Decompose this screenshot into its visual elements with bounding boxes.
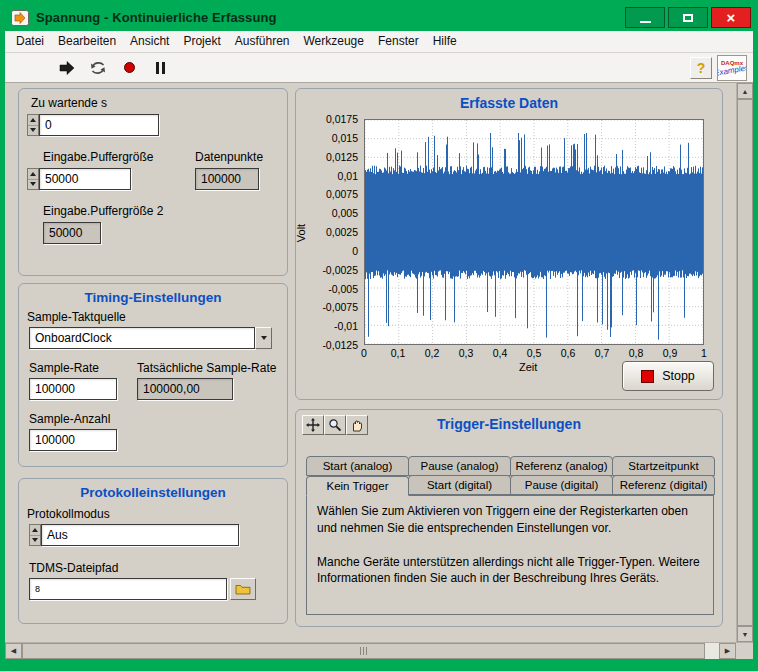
- wait-seconds-field[interactable]: 0: [39, 114, 159, 136]
- magnifier-icon: [328, 418, 342, 432]
- clock-source-ring[interactable]: OnboardClock: [29, 327, 272, 349]
- vi-toolbar: ? DAQmx Examples: [5, 53, 753, 83]
- menu-bar: Datei Bearbeiten Ansicht Projekt Ausführ…: [5, 31, 753, 53]
- pan-tool-button[interactable]: [346, 415, 368, 435]
- vertical-scrollbar[interactable]: ▲ ▼: [736, 83, 753, 642]
- run-arrow-icon: [59, 60, 76, 76]
- x-tick-label: 0,1: [383, 347, 413, 359]
- sample-count-field[interactable]: 100000: [29, 429, 117, 451]
- y-tick-label: 0,0025: [298, 226, 358, 238]
- y-tick-label: -0,0075: [298, 301, 358, 313]
- tab-start-digital[interactable]: Start (digital): [408, 475, 511, 495]
- tdms-path-label: TDMS-Dateipfad: [29, 561, 118, 575]
- daqmx-examples-badge: DAQmx Examples: [717, 55, 747, 81]
- tab-startzeitpunkt[interactable]: Startzeitpunkt: [612, 456, 715, 476]
- wait-seconds-label: Zu wartende s: [31, 96, 107, 110]
- scroll-right-icon[interactable]: ▶: [719, 643, 736, 659]
- menu-fenster[interactable]: Fenster: [371, 31, 426, 52]
- trigger-tab-control: Start (analog) Pause (analog) Referenz (…: [306, 456, 714, 615]
- x-tick-label: 0,5: [519, 347, 549, 359]
- close-button[interactable]: ×: [711, 7, 751, 28]
- vertical-scroll-thumb[interactable]: [737, 99, 753, 626]
- buffer-size-control[interactable]: 50000: [27, 168, 131, 190]
- cursor-tool-button[interactable]: [302, 415, 324, 435]
- x-axis-ticks: 00,10,20,30,40,50,60,70,80,91: [296, 347, 722, 361]
- protocol-title: Protokolleinstellungen: [19, 485, 287, 500]
- browse-button[interactable]: [230, 578, 256, 600]
- y-tick-label: 0,0175: [298, 113, 358, 125]
- menu-hilfe[interactable]: Hilfe: [426, 31, 464, 52]
- tab-kein-trigger[interactable]: Kein Trigger: [306, 476, 409, 496]
- x-tick-label: 0,2: [417, 347, 447, 359]
- labview-app-icon: [11, 10, 29, 26]
- clock-source-label: Sample-Taktquelle: [27, 310, 126, 324]
- tab-referenz-digital[interactable]: Referenz (digital): [612, 475, 715, 495]
- horizontal-scroll-thumb[interactable]: [22, 643, 705, 659]
- increment-decrement-icon[interactable]: [27, 168, 39, 190]
- graph-palette: [302, 415, 368, 435]
- y-tick-label: 0,015: [298, 132, 358, 144]
- context-help-button[interactable]: ?: [690, 57, 712, 79]
- x-tick-label: 0,8: [621, 347, 651, 359]
- tdms-path-control[interactable]: 8: [29, 578, 256, 600]
- chevron-down-icon[interactable]: [255, 327, 272, 349]
- stop-button-label: Stopp: [662, 369, 695, 383]
- scroll-left-icon[interactable]: ◀: [5, 643, 22, 659]
- wait-seconds-control[interactable]: 0: [27, 114, 159, 136]
- protocol-group: Protokolleinstellungen Protokollmodus Au…: [18, 478, 288, 624]
- zoom-tool-button[interactable]: [324, 415, 346, 435]
- y-tick-label: 0: [298, 245, 358, 257]
- labview-window: Spannung - Kontinuierliche Erfassung × D…: [0, 0, 758, 671]
- increment-decrement-icon[interactable]: [27, 114, 39, 136]
- menu-werkzeuge[interactable]: Werkzeuge: [296, 31, 370, 52]
- y-tick-label: -0,0025: [298, 264, 358, 276]
- run-continuously-button[interactable]: [88, 58, 108, 78]
- folder-icon: [235, 583, 251, 595]
- menu-ausfuehren[interactable]: Ausführen: [228, 31, 297, 52]
- datapoints-indicator: 100000: [195, 168, 259, 190]
- x-tick-label: 0: [349, 347, 379, 359]
- y-tick-label: 0,0075: [298, 188, 358, 200]
- scroll-up-icon[interactable]: ▲: [737, 83, 753, 99]
- tdms-path-field[interactable]: 8: [29, 578, 227, 600]
- increment-decrement-icon[interactable]: [29, 524, 41, 546]
- pause-button[interactable]: [150, 58, 170, 78]
- protocol-mode-ring[interactable]: Aus: [29, 524, 239, 546]
- x-tick-label: 0,6: [553, 347, 583, 359]
- sample-rate-label: Sample-Rate: [29, 361, 99, 375]
- tab-referenz-analog[interactable]: Referenz (analog): [510, 456, 613, 476]
- menu-projekt[interactable]: Projekt: [176, 31, 227, 52]
- sample-count-control[interactable]: 100000: [29, 429, 117, 451]
- trigger-group: Trigger-Einstellungen Start (analog) Pau…: [295, 409, 723, 627]
- x-tick-label: 0,3: [451, 347, 481, 359]
- menu-bearbeiten[interactable]: Bearbeiten: [51, 31, 123, 52]
- x-tick-label: 0,4: [485, 347, 515, 359]
- trigger-body-paragraph: Manche Geräte unterstützen allerdings ni…: [317, 554, 703, 588]
- window-title: Spannung - Kontinuierliche Erfassung: [36, 10, 277, 25]
- sample-count-label: Sample-Anzahl: [29, 412, 110, 426]
- tab-pause-analog[interactable]: Pause (analog): [408, 456, 511, 476]
- clock-source-field[interactable]: OnboardClock: [29, 327, 255, 349]
- tab-start-analog[interactable]: Start (analog): [306, 456, 409, 476]
- buffer-size-field[interactable]: 50000: [39, 168, 131, 190]
- scroll-down-icon[interactable]: ▼: [737, 626, 753, 642]
- pause-icon: [156, 62, 159, 74]
- menu-datei[interactable]: Datei: [9, 31, 51, 52]
- sample-rate-control[interactable]: 100000: [29, 378, 117, 400]
- sample-rate-field[interactable]: 100000: [29, 378, 117, 400]
- horizontal-scrollbar[interactable]: ◀ ▶: [5, 642, 753, 659]
- scrollbar-corner: [736, 643, 753, 659]
- stop-button[interactable]: Stopp: [622, 361, 714, 391]
- y-tick-label: -0,01: [298, 320, 358, 332]
- tab-pause-digital[interactable]: Pause (digital): [510, 475, 613, 495]
- protocol-mode-field[interactable]: Aus: [41, 524, 239, 546]
- buffer-size-label: Eingabe.Puffergröße: [43, 150, 154, 164]
- abort-button[interactable]: [119, 58, 139, 78]
- actual-rate-label: Tatsächliche Sample-Rate: [137, 361, 276, 375]
- menu-ansicht[interactable]: Ansicht: [123, 31, 176, 52]
- timing-title: Timing-Einstellungen: [19, 290, 287, 305]
- minimize-button[interactable]: [625, 7, 665, 28]
- maximize-button[interactable]: [668, 7, 708, 28]
- datapoints-label: Datenpunkte: [195, 150, 263, 164]
- run-button[interactable]: [57, 58, 77, 78]
